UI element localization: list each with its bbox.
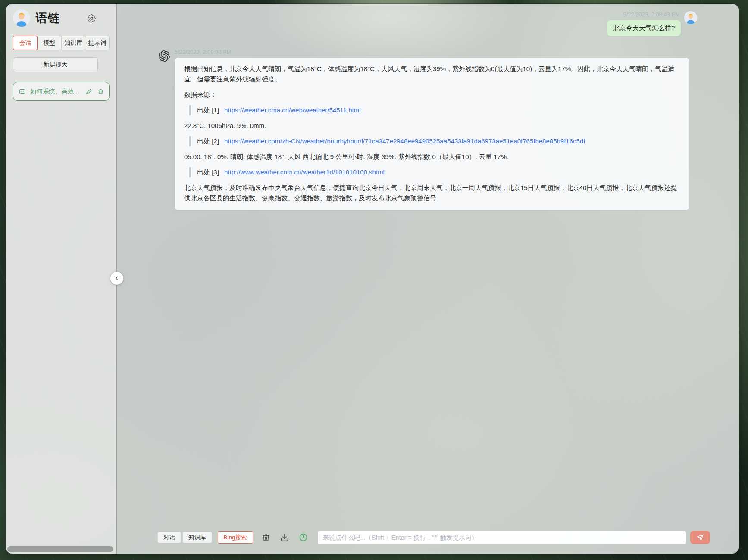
new-chat-button[interactable]: 新建聊天: [13, 57, 98, 72]
composer: 对话 知识库 Bing搜索: [157, 531, 710, 544]
history-button[interactable]: [299, 533, 308, 542]
message-input[interactable]: [318, 531, 686, 544]
tab-models[interactable]: 模型: [37, 36, 62, 50]
history-clock-icon: [299, 533, 308, 542]
sidebar-header: 语链: [13, 9, 110, 27]
export-chat-button[interactable]: [280, 533, 289, 542]
app-avatar: [13, 9, 30, 27]
mode-knowledge-base-button[interactable]: 知识库: [182, 532, 212, 543]
citation-1-snippet: 22.8°C. 1006hPa. 9%. 0mm.: [184, 121, 680, 131]
sources-label: 数据来源：: [184, 90, 680, 100]
citation-3-link[interactable]: http://www.weather.com.cn/weather1d/1010…: [224, 168, 385, 176]
person-avatar-icon: [13, 9, 30, 27]
citation-2-link[interactable]: https://weather.com/zh-CN/weather/hourby…: [224, 137, 585, 145]
sidebar-horizontal-scrollbar[interactable]: [7, 546, 113, 552]
assistant-avatar: [159, 50, 170, 62]
pencil-icon: [86, 88, 92, 95]
gear-icon: [88, 14, 96, 22]
person-avatar-icon: [684, 11, 697, 24]
clear-messages-button[interactable]: [262, 533, 270, 542]
app-window: 语链 会话 模型 知识库 提示词 新建聊天: [6, 4, 739, 554]
user-message-bubble: 北京今天天气怎么样?: [607, 20, 681, 36]
sidebar-tabs: 会话 模型 知识库 提示词: [13, 36, 110, 50]
mode-bing-search-button[interactable]: Bing搜索: [218, 531, 253, 544]
chat-area: 5/22/2023, 2:08:43 PM 北京今天天气怎么样? 5/: [117, 4, 739, 554]
download-icon: [280, 533, 289, 542]
citation-2-label: 出处 [2]: [197, 137, 219, 145]
trash-icon: [97, 88, 104, 95]
user-message-timestamp: 5/22/2023, 2:08:43 PM: [623, 11, 680, 18]
openai-logo-icon: [159, 50, 170, 62]
send-icon: [697, 534, 704, 541]
citation-2-snippet: 05:00. 18°. 0%. 晴朗. 体感温度 18°. 大风 西北偏北 9 …: [184, 152, 680, 162]
citation-1-label: 出处 [1]: [197, 106, 219, 114]
tab-knowledge-base[interactable]: 知识库: [61, 36, 86, 50]
sidebar-collapse-button[interactable]: [110, 272, 123, 285]
chat-history-item[interactable]: 如何系统、高效...: [13, 82, 110, 101]
trash-icon: [262, 533, 270, 542]
citation-3-label: 出处 [3]: [197, 168, 219, 176]
edit-chat-button[interactable]: [86, 88, 92, 95]
citation-2: 出处 [2] https://weather.com/zh-CN/weather…: [189, 136, 680, 146]
app-title: 语链: [36, 10, 60, 26]
user-avatar: [684, 11, 697, 24]
assistant-message-bubble: 根据已知信息，北京今天天气晴朗，气温为18°C，体感温度为18°C，大风天气，湿…: [175, 58, 689, 210]
mode-dialog-button[interactable]: 对话: [157, 532, 181, 543]
assistant-intro-paragraph: 根据已知信息，北京今天天气晴朗，气温为18°C，体感温度为18°C，大风天气，湿…: [184, 64, 680, 84]
chevron-left-icon: [114, 275, 120, 281]
chat-item-actions: [86, 88, 104, 95]
tab-prompts[interactable]: 提示词: [85, 36, 110, 50]
chat-bubble-icon: [19, 88, 26, 95]
delete-chat-button[interactable]: [97, 88, 104, 95]
citation-3: 出处 [3] http://www.weather.com.cn/weather…: [189, 167, 680, 177]
settings-button[interactable]: [88, 14, 96, 22]
citation-1-link[interactable]: https://weather.cma.cn/web/weather/54511…: [224, 106, 361, 114]
assistant-message: 5/22/2023, 2:09:08 PM 根据已知信息，北京今天天气晴朗，气温…: [159, 49, 689, 210]
assistant-message-timestamp: 5/22/2023, 2:09:08 PM: [175, 49, 689, 55]
chat-item-title: 如何系统、高效...: [30, 87, 82, 96]
citation-3-snippet: 北京天气预报，及时准确发布中央气象台天气信息，便捷查询北京今日天气，北京周末天气…: [184, 183, 680, 203]
sidebar: 语链 会话 模型 知识库 提示词 新建聊天: [6, 4, 116, 554]
user-message: 5/22/2023, 2:08:43 PM 北京今天天气怎么样?: [607, 7, 697, 36]
send-button[interactable]: [690, 531, 710, 544]
tab-conversations[interactable]: 会话: [13, 36, 38, 50]
citation-1: 出处 [1] https://weather.cma.cn/web/weathe…: [189, 105, 680, 115]
